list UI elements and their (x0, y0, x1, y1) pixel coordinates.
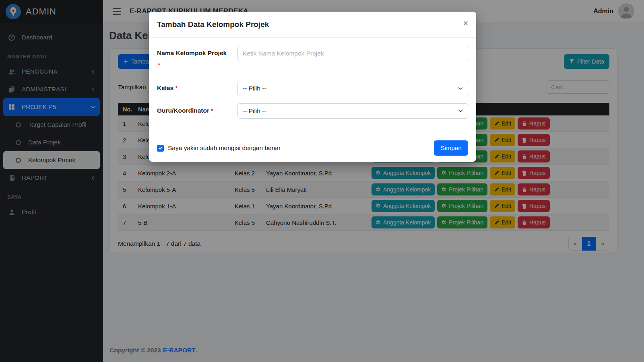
confirm-checkbox[interactable] (157, 145, 164, 152)
required-asterisk: * (211, 107, 213, 114)
simpan-button[interactable]: Simpan (434, 140, 468, 156)
kelas-select[interactable]: -- Pilih -- (237, 81, 468, 96)
modal-title: Tambah Data Kelompok Projek (157, 20, 468, 29)
nama-kelompok-input[interactable] (237, 46, 468, 61)
kelas-label: Kelas* (157, 81, 237, 96)
nama-kelompok-label: Nama Kelompok Projek* (157, 46, 237, 69)
modal-header: Tambah Data Kelompok Projek × (149, 12, 476, 38)
modal-body: Nama Kelompok Projek* Kelas* -- Pilih --… (149, 38, 476, 134)
app-root: ADMIN Dashboard MASTER DATA PENGGUNA ADM… (0, 0, 644, 362)
modal-footer: Saya yakin sudah mengisi dengan benar Si… (149, 134, 476, 162)
required-asterisk: * (175, 84, 178, 91)
form-row-guru: Guru/Koordinator* -- Pilih -- (157, 103, 468, 119)
required-asterisk: * (158, 62, 237, 69)
guru-koordinator-label: Guru/Koordinator* (157, 103, 237, 119)
chevron-down-icon (458, 86, 463, 91)
tambah-kelompok-modal: Tambah Data Kelompok Projek × Nama Kelom… (149, 12, 476, 162)
form-row-kelas: Kelas* -- Pilih -- (157, 81, 468, 96)
close-icon[interactable]: × (461, 17, 470, 29)
confirm-label: Saya yakin sudah mengisi dengan benar (168, 144, 281, 152)
guru-koordinator-select[interactable]: -- Pilih -- (237, 103, 468, 119)
confirm-row: Saya yakin sudah mengisi dengan benar (157, 144, 281, 152)
chevron-down-icon (458, 109, 463, 113)
form-row-nama: Nama Kelompok Projek* (157, 46, 468, 69)
